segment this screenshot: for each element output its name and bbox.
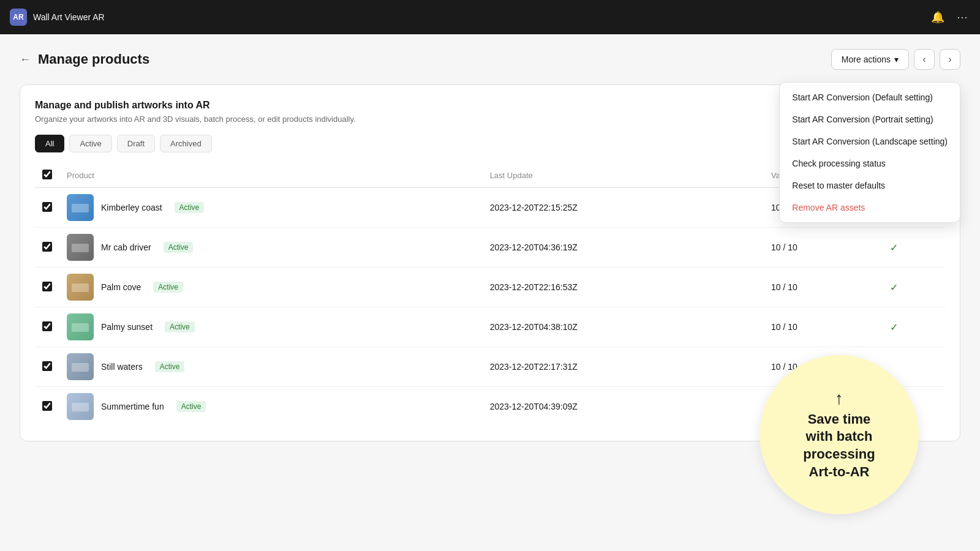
svg-rect-3	[72, 244, 89, 252]
row-last-update-cell: 2023-12-20T22:15:25Z	[483, 188, 764, 228]
status-badge: Active	[164, 242, 194, 253]
topbar-left: AR Wall Art Viewer AR	[10, 9, 105, 26]
page-header-left: ← Manage products	[20, 51, 149, 67]
filter-tab-archived[interactable]: Archived	[160, 135, 212, 152]
dropdown-item-start-ar-default[interactable]: Start AR Conversion (Default setting)	[780, 86, 960, 108]
row-last-update-cell: 2023-12-20T04:36:19Z	[483, 228, 764, 268]
row-product-cell: Mr cab driverActive	[59, 228, 483, 268]
row-check-icon-cell: ✓	[883, 268, 945, 307]
row-variants-cell: 10 / 10	[764, 268, 883, 307]
product-name: Mr cab driver	[101, 242, 151, 252]
row-check-icon-cell: ✓	[883, 307, 945, 347]
row-checkbox-cell	[35, 307, 59, 347]
page-header: ← Manage products More actions ▾ ‹ ›	[20, 49, 960, 70]
product-thumbnail	[67, 353, 94, 380]
more-actions-button[interactable]: More actions ▾	[831, 49, 909, 70]
product-cell: Summertime funActive	[67, 393, 475, 420]
row-last-update-cell: 2023-12-20T04:39:09Z	[483, 387, 764, 427]
product-thumbnail	[67, 393, 94, 420]
check-icon: ✓	[890, 322, 898, 332]
product-thumbnail	[67, 234, 94, 261]
svg-rect-5	[72, 283, 89, 292]
svg-rect-7	[72, 323, 89, 332]
svg-rect-1	[72, 204, 89, 212]
row-checkbox[interactable]	[42, 401, 52, 411]
row-checkbox-cell	[35, 387, 59, 427]
table-row: Palmy sunsetActive2023-12-20T04:38:10Z10…	[35, 307, 945, 347]
row-checkbox[interactable]	[42, 321, 52, 331]
product-cell: Kimberley coastActive	[67, 194, 475, 221]
row-variants-cell: 10 / 10	[764, 307, 883, 347]
tooltip-arrow: ↑	[835, 389, 843, 408]
product-thumbnail	[67, 274, 94, 301]
row-last-update-cell: 2023-12-20T22:17:31Z	[483, 347, 764, 387]
product-cell: Still watersActive	[67, 353, 475, 380]
back-button[interactable]: ←	[20, 53, 31, 66]
header-actions: More actions ▾ ‹ ›	[831, 49, 960, 70]
dropdown-item-reset-defaults[interactable]: Reset to master defaults	[780, 174, 960, 197]
dropdown-item-start-ar-portrait[interactable]: Start AR Conversion (Portrait setting)	[780, 108, 960, 130]
row-product-cell: Summertime funActive	[59, 387, 483, 427]
row-checkbox[interactable]	[42, 282, 52, 291]
dropdown-item-remove-ar[interactable]: Remove AR assets	[780, 197, 960, 219]
more-options-icon-button[interactable]: ⋯	[954, 8, 970, 26]
topbar: AR Wall Art Viewer AR 🔔 ⋯	[0, 0, 980, 34]
check-icon: ✓	[890, 282, 898, 293]
row-variants-cell: 10 / 10	[764, 228, 883, 268]
tooltip-text: Save time with batch processing Art-to-A…	[803, 411, 875, 481]
status-badge: Active	[153, 282, 183, 293]
product-cell: Mr cab driverActive	[67, 234, 475, 261]
select-all-checkbox[interactable]	[42, 170, 52, 179]
row-checkbox[interactable]	[42, 202, 52, 212]
page-title: Manage products	[38, 51, 149, 67]
row-product-cell: Still watersActive	[59, 347, 483, 387]
chevron-down-icon: ▾	[894, 54, 899, 64]
row-product-cell: Kimberley coastActive	[59, 188, 483, 228]
table-header-checkbox	[35, 163, 59, 188]
check-icon: ✓	[890, 242, 898, 253]
row-checkbox-cell	[35, 347, 59, 387]
product-cell: Palmy sunsetActive	[67, 313, 475, 340]
table-row: Mr cab driverActive2023-12-20T04:36:19Z1…	[35, 228, 945, 268]
filter-tab-active[interactable]: Active	[69, 135, 111, 152]
row-checkbox-cell	[35, 228, 59, 268]
row-last-update-cell: 2023-12-20T22:16:53Z	[483, 268, 764, 307]
dropdown-item-start-ar-landscape[interactable]: Start AR Conversion (Landscape setting)	[780, 130, 960, 152]
row-product-cell: Palmy sunsetActive	[59, 307, 483, 347]
nav-next-button[interactable]: ›	[940, 49, 960, 70]
dropdown-menu: Start AR Conversion (Default setting)Sta…	[779, 82, 960, 223]
topbar-right: 🔔 ⋯	[929, 8, 970, 26]
row-check-icon-cell: ✓	[883, 228, 945, 268]
product-thumbnail	[67, 313, 94, 340]
row-last-update-cell: 2023-12-20T04:38:10Z	[483, 307, 764, 347]
table-row: Palm coveActive2023-12-20T22:16:53Z10 / …	[35, 268, 945, 307]
app-name: Wall Art Viewer AR	[33, 12, 105, 22]
row-checkbox[interactable]	[42, 361, 52, 371]
row-checkbox-cell	[35, 268, 59, 307]
dropdown-item-check-status[interactable]: Check processing status	[780, 152, 960, 174]
tooltip-bubble: ↑ Save time with batch processing Art-to…	[760, 355, 919, 514]
filter-tab-draft[interactable]: Draft	[117, 135, 155, 152]
nav-prev-button[interactable]: ‹	[914, 49, 935, 70]
status-badge: Active	[155, 361, 185, 372]
page-wrapper: ← Manage products More actions ▾ ‹ › Sta…	[0, 34, 980, 456]
svg-rect-9	[72, 363, 89, 372]
table-header-last-update: Last Update	[483, 163, 764, 188]
product-cell: Palm coveActive	[67, 274, 475, 301]
row-checkbox-cell	[35, 188, 59, 228]
status-badge: Active	[165, 321, 195, 332]
status-badge: Active	[176, 401, 206, 412]
notification-icon-button[interactable]: 🔔	[929, 8, 947, 26]
product-name: Palmy sunset	[101, 322, 153, 332]
table-header-product: Product	[59, 163, 483, 188]
status-badge: Active	[175, 202, 205, 213]
row-checkbox[interactable]	[42, 242, 52, 252]
row-product-cell: Palm coveActive	[59, 268, 483, 307]
product-name: Still waters	[101, 362, 143, 372]
product-name: Summertime fun	[101, 402, 164, 411]
svg-rect-11	[72, 403, 89, 411]
product-name: Palm cove	[101, 282, 141, 292]
product-name: Kimberley coast	[101, 203, 162, 212]
product-thumbnail	[67, 194, 94, 221]
filter-tab-all[interactable]: All	[35, 135, 64, 152]
